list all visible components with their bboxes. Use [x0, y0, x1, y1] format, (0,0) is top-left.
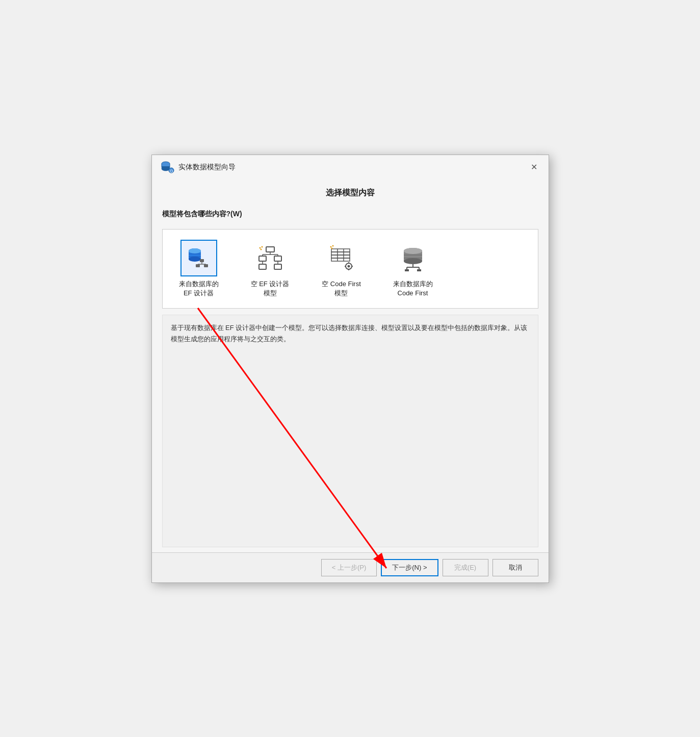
svg-rect-54	[405, 269, 409, 271]
option-label-empty-code-first: 空 Code First 模型	[322, 279, 361, 298]
option-empty-code-first[interactable]: 空 Code First 模型	[314, 240, 370, 298]
svg-rect-9	[200, 259, 204, 262]
svg-point-35	[330, 246, 331, 247]
svg-text:⬡: ⬡	[170, 169, 173, 172]
svg-point-5	[189, 257, 201, 262]
option-icon-from-db-ef	[180, 240, 217, 276]
svg-rect-30	[331, 252, 350, 255]
svg-rect-18	[259, 264, 266, 269]
svg-point-28	[260, 248, 262, 250]
svg-point-46	[404, 258, 422, 264]
svg-rect-11	[204, 264, 208, 267]
svg-rect-32	[331, 258, 350, 261]
svg-rect-17	[274, 256, 281, 261]
svg-rect-15	[266, 247, 274, 252]
svg-point-39	[347, 265, 350, 267]
description-panel: 基于现有数据库在 EF 设计器中创建一个模型。您可以选择数据库连接、模型设置以及…	[162, 315, 538, 547]
title-bar-left: ⬡ 实体数据模型向导	[160, 160, 236, 174]
svg-rect-29	[331, 249, 350, 252]
option-icon-from-db-code-first	[395, 240, 431, 276]
svg-point-37	[331, 247, 332, 249]
options-panel: 来自数据库的 EF 设计器	[162, 229, 538, 309]
dialog-title: 实体数据模型向导	[178, 163, 236, 172]
option-icon-empty-ef	[252, 240, 289, 276]
svg-point-6	[189, 248, 201, 253]
prev-button[interactable]: < 上一步(P)	[321, 559, 377, 576]
section-title: 选择模型内容	[152, 177, 549, 204]
svg-point-36	[332, 245, 333, 246]
option-from-db-ef[interactable]: 来自数据库的 EF 设计器	[171, 240, 227, 298]
option-icon-empty-code-first	[323, 240, 360, 276]
svg-rect-16	[259, 256, 266, 261]
option-label-empty-ef: 空 EF 设计器 模型	[251, 279, 290, 298]
option-empty-ef[interactable]: 空 EF 设计器 模型	[242, 240, 298, 298]
option-from-db-code-first[interactable]: 来自数据库的 Code First	[385, 240, 441, 298]
dialog-window: ⬡ 实体数据模型向导 ✕ 选择模型内容 模型将包含哪些内容?(W)	[151, 155, 549, 583]
wizard-body: 选择模型内容 模型将包含哪些内容?(W)	[152, 177, 549, 552]
svg-point-47	[404, 248, 422, 254]
svg-rect-31	[331, 255, 350, 258]
option-label-from-db-ef: 来自数据库的 EF 设计器	[179, 279, 219, 298]
svg-rect-19	[274, 264, 281, 269]
content-area: 模型将包含哪些内容?(W)	[152, 204, 549, 552]
next-button[interactable]: 下一步(N) >	[381, 559, 438, 576]
footer: < 上一步(P) 下一步(N) > 完成(E) 取消	[152, 552, 549, 582]
close-button[interactable]: ✕	[528, 162, 540, 172]
finish-button[interactable]: 完成(E)	[443, 559, 488, 576]
svg-point-27	[261, 246, 263, 247]
title-bar: ⬡ 实体数据模型向导 ✕	[152, 155, 549, 177]
description-text: 基于现有数据库在 EF 设计器中创建一个模型。您可以选择数据库连接、模型设置以及…	[171, 324, 528, 343]
option-label-from-db-code-first: 来自数据库的 Code First	[393, 279, 433, 298]
question-label: 模型将包含哪些内容?(W)	[162, 204, 538, 223]
svg-rect-55	[417, 269, 421, 271]
svg-point-26	[259, 247, 261, 248]
cancel-button[interactable]: 取消	[492, 559, 538, 576]
db-icon: ⬡	[160, 160, 174, 174]
